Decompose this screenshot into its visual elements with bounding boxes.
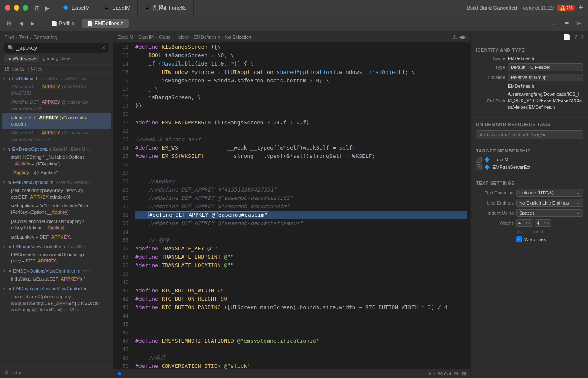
tab-label-1: EaseIM [71, 5, 90, 11]
file-icon-m-1: m [8, 180, 11, 185]
on-demand-input[interactable]: Add to a target to enable tagging [476, 130, 583, 139]
sidebar-toggle-icon[interactable]: ⊞ [35, 5, 40, 11]
find-link[interactable]: Find [4, 34, 14, 40]
result-item-2[interactable]: //#define DEF_APPKEY @"easemob- demo#tes… [2, 98, 111, 113]
help-icon[interactable]: ? [580, 34, 584, 40]
breadcrumb-class[interactable]: Class [159, 34, 171, 39]
result-file-sdk[interactable]: ▾ m EMSDKOptionsViewController.m Eas... [0, 266, 113, 275]
checkmark-icon-2: ✓ [477, 165, 480, 170]
result-item-3-selected[interactable]: #define DEF_APPKEY @"easemob# easeim" [2, 113, 111, 129]
nav-related-icon[interactable]: ◀▶ [459, 34, 466, 40]
file-inspector-icon[interactable]: 📄 [563, 34, 570, 40]
close-button[interactable] [5, 5, 10, 10]
containing-link[interactable]: Containing [33, 34, 57, 40]
build-info: Build Build Cancelled Today at 10:29 ⚠️ … [467, 5, 575, 11]
tab-emdefines[interactable]: 📄 EMDefines.h [82, 19, 129, 28]
statusbar: Line: 36 Col: 26 ⊞ [113, 369, 470, 378]
widths-inputs: 4 ⬆⬇ 4 ⬆⬇ [516, 219, 551, 227]
result-file-login[interactable]: ▾ m EMLoginViewController.m EaseIM › E..… [0, 242, 113, 250]
file-icon-m-2: m [8, 244, 11, 249]
search-icon: 🔍 [8, 45, 14, 51]
indent-using-select[interactable]: Spaces ⌄ [516, 209, 583, 217]
scope-button[interactable]: In Workspace [4, 55, 39, 62]
wrap-lines-row: ✓ Wrap lines [476, 236, 583, 242]
result-item-11[interactable]: EMDemoOptions.sharedOptions.ap pkey = DE… [2, 250, 111, 266]
build-warnings[interactable]: ⚠️ 29 [557, 5, 575, 11]
breadcrumb-emdefines[interactable]: EMDefines.h [194, 34, 220, 39]
location-select[interactable]: Relative to Group ⌄ [508, 74, 583, 81]
toolbar: ⊞ ◀ ▶ 📄 Podfile 📄 EMDefines.h ⇌ ≣ ⊕ [0, 16, 588, 31]
result-item-6[interactable]: _Appkey = @"Appkey"; [2, 168, 111, 177]
build-time: Today at 10:29 [520, 5, 554, 11]
result-file-emdefines[interactable]: ▾ h EMDefines.h EaseIM › EaseIM › Class.… [0, 74, 113, 82]
file-icon-m-4: m [8, 286, 11, 291]
result-item-10[interactable]: self.appkey = DEF_APPKEY; [2, 233, 111, 242]
line-endings-select[interactable]: No Explicit Line Endings ⌄ [516, 199, 583, 207]
search-input[interactable] [16, 45, 99, 51]
empush-checkbox[interactable]: ✓ [476, 164, 482, 170]
collapse-icon-2: ▾ [3, 147, 5, 151]
breadcrumb-easeim-1[interactable]: EaseIM [118, 34, 133, 39]
tab-podfile[interactable]: 📄 Podfile [46, 19, 79, 28]
search-results-list: ▾ h EMDefines.h EaseIM › EaseIM › Class.… [0, 74, 113, 366]
target-membership-title: Target Membership [476, 148, 583, 153]
checkmark-icon-1: ✓ [477, 158, 480, 162]
split-view-button[interactable]: ⇌ [550, 19, 559, 28]
code-editor[interactable]: #define kIsBangsScreen ({\ BOOL isBangsS… [132, 43, 470, 369]
result-item-4[interactable]: //#define DEF_APPKEY @"easemob- demo#cha… [2, 129, 111, 144]
text-link[interactable]: Text [19, 34, 28, 40]
tab-easeim-2[interactable]: 📱 EaseIM [97, 0, 138, 16]
indent-width-input[interactable]: 4 ⬆⬇ [535, 219, 551, 227]
location-filename-value: EMDefines.h [508, 84, 583, 89]
nav-back-button[interactable]: ◀ [16, 19, 26, 28]
result-item-12[interactable]: if ([aValue isEqual:DEF_APPKEY]) { [2, 275, 111, 284]
bc-sep-4: › [191, 34, 192, 39]
toolbar-separator-1 [42, 19, 42, 28]
indent-using-label: Indent Using [476, 210, 514, 215]
result-file-emdemo-m[interactable]: ▾ m EMDemoOptions.m EaseIM › EaseIM › ..… [0, 177, 113, 186]
indent-width-stepper[interactable]: ⬆⬇ [543, 221, 549, 225]
quick-help-icon[interactable]: ? [574, 34, 577, 40]
result-file-emdemo-h[interactable]: ▾ h EMDemoOptions.h EaseIM › EaseIM › ..… [0, 144, 113, 153]
breadcrumb-sep-1: › [16, 34, 17, 40]
search-header: Find › Text › Containing 🔍 ✕ In Workspac… [0, 31, 113, 65]
on-demand-section: On Demand Resource Tags Add to a target … [471, 118, 588, 144]
fullpath-row: Full Path /Users/wangfeng/Downloads/iOS_… [476, 91, 583, 110]
type-select[interactable]: Default – C Header ⌄ [508, 63, 583, 71]
left-panel: Find › Text › Containing 🔍 ✕ In Workspac… [0, 31, 113, 378]
result-item-9[interactable]: [aCoder encodeObject:self.appkey f orKey… [2, 217, 111, 233]
breadcrumb-helper[interactable]: Helper [175, 34, 189, 39]
search-clear-button[interactable]: ✕ [101, 45, 105, 51]
result-item-8[interactable]: self.appkey = [aDecoder decodeObjec tFor… [2, 202, 111, 217]
encoding-select[interactable]: Unicode (UTF-8) ⌄ [516, 189, 583, 197]
tab-width-input[interactable]: 4 ⬆⬇ [516, 219, 533, 227]
result-item-7[interactable]: [self.locationAppkeyArray insertObj ect:… [2, 186, 111, 202]
easeim-checkbox[interactable]: ✓ [476, 157, 482, 163]
file-icon-h-2: h [8, 147, 10, 152]
nav-forward-button[interactable]: ▶ [28, 19, 37, 28]
tab-iphone6s[interactable]: 📱 旗风iPhone6s [138, 0, 194, 16]
wrap-lines-checkbox[interactable]: ✓ [516, 236, 522, 242]
tab-width-stepper[interactable]: ⬆⬇ [525, 221, 531, 225]
code-area[interactable]: 12 13 14 15 16 17 18 19 20 21 22 23 24 2… [113, 43, 470, 369]
result-item-1[interactable]: //#define DEF_APPKEY @"4135135 8#427351" [2, 82, 111, 98]
add-tab-button[interactable]: + [578, 3, 583, 12]
search-options[interactable]: Ignoring Case [42, 56, 71, 61]
diff-view-button[interactable]: ≣ [562, 19, 572, 28]
run-button[interactable]: ▶ [45, 5, 50, 11]
result-item-13[interactable]: ...ions.sharedOptions.appkey isEqualToSt… [2, 292, 111, 314]
fullpath-label: Full Path [476, 98, 505, 103]
grid-view-button[interactable]: ⊞ [4, 19, 14, 28]
minimize-button[interactable] [14, 5, 19, 10]
tab-easeim-1[interactable]: 🔷 EaseIM [56, 0, 97, 16]
related-files-button[interactable]: ⊕ [574, 19, 584, 28]
warning-icon[interactable]: ⚠ [452, 34, 457, 40]
indent-using-chevron: ⌄ [577, 211, 580, 215]
search-box: 🔍 ✕ [4, 43, 109, 52]
maximize-button[interactable] [23, 5, 28, 10]
result-file-dev[interactable]: ▾ m EMDeveloperServiceViewController... [0, 284, 113, 292]
membership-easeim: ✓ 🔷 EaseIM [476, 157, 583, 163]
location-label: Location [476, 75, 505, 80]
breadcrumb-easeim-2[interactable]: EaseIM [138, 34, 154, 39]
result-item-5[interactable]: static NSString * _Nullable kOptions ._A… [2, 153, 111, 168]
